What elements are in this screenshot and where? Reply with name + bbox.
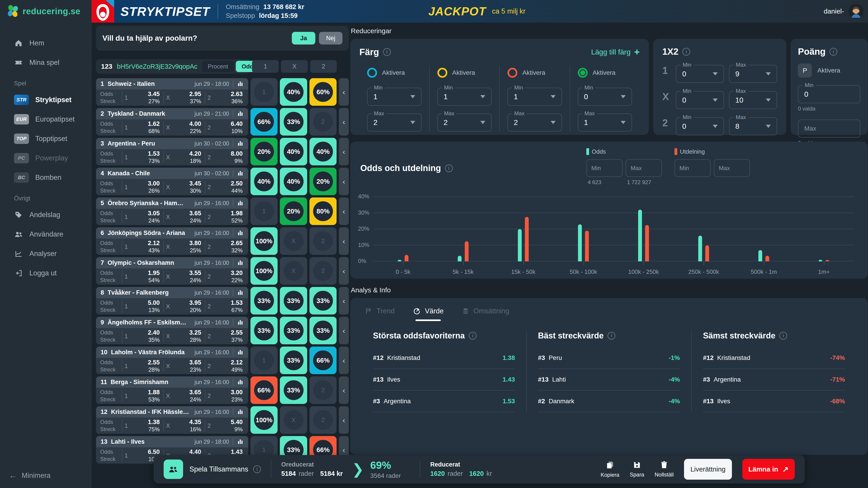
pick-cell-x[interactable]: X — [280, 257, 307, 285]
bar-chart-icon[interactable] — [237, 259, 244, 266]
pick-cell-1[interactable]: 66% — [250, 108, 278, 135]
column-header-1[interactable]: 1 — [252, 60, 279, 73]
pick-cell-x[interactable]: 40% — [280, 78, 307, 106]
pool-help-no-button[interactable]: Nej — [319, 32, 342, 44]
submit-button[interactable]: Lämna in — [742, 459, 795, 480]
pick-cell-1[interactable]: 40% — [250, 168, 278, 195]
points-p-chip[interactable]: P — [798, 64, 812, 77]
pick-cell-1[interactable]: 100% — [250, 257, 278, 285]
color-cyan-max-select[interactable]: Max2 — [367, 113, 422, 131]
pick-cell-1[interactable]: 33% — [250, 287, 278, 315]
bar-chart-icon[interactable] — [237, 349, 244, 356]
pick-cell-2[interactable]: 2 — [309, 406, 337, 434]
bar-chart-icon[interactable] — [237, 289, 244, 296]
sidebar-item-andelslag[interactable]: Andelslag — [0, 205, 91, 225]
points-min-select[interactable]: Min 0 — [798, 85, 860, 103]
activate-color-green[interactable]: Aktivera — [578, 66, 632, 80]
avatar[interactable] — [848, 4, 864, 19]
copy-button[interactable]: Kopiera — [600, 460, 619, 478]
activate-color-cyan[interactable]: Aktivera — [367, 66, 422, 80]
points-max-input[interactable]: Max — [798, 120, 860, 138]
info-icon[interactable] — [383, 48, 391, 56]
pick-cell-x[interactable]: 33% — [280, 377, 307, 404]
pick-cell-1[interactable]: 1 — [250, 347, 278, 374]
sign-1-max-select[interactable]: Max9 — [729, 65, 777, 83]
sidebar-item-mina-spel[interactable]: Mina spel — [0, 53, 91, 72]
save-button[interactable]: Spara — [630, 461, 644, 478]
expand-match-button[interactable] — [339, 168, 349, 195]
points-activate-label[interactable]: Aktivera — [817, 67, 840, 74]
color-yellow-min-select[interactable]: Min1 — [437, 88, 492, 106]
pick-cell-x[interactable]: X — [280, 406, 307, 434]
play-together-button[interactable] — [164, 459, 183, 479]
pick-cell-2[interactable]: 2 — [309, 377, 337, 404]
pick-cell-1[interactable]: 100% — [250, 227, 278, 255]
info-icon[interactable] — [469, 332, 476, 339]
sidebar-item-logga-ut[interactable]: Logga ut — [0, 263, 91, 283]
odds-min-input[interactable]: Min — [586, 159, 622, 177]
info-icon[interactable] — [445, 164, 453, 172]
live-correction-button[interactable]: Liverättning — [684, 459, 732, 480]
pick-cell-x[interactable]: 20% — [280, 197, 307, 225]
pick-cell-2[interactable]: 40% — [309, 138, 337, 165]
sign-X-min-select[interactable]: Min0 — [676, 91, 724, 109]
pick-cell-1[interactable]: 66% — [250, 377, 278, 404]
tab-varde[interactable]: Värde — [413, 307, 444, 321]
bar-chart-icon[interactable] — [237, 170, 244, 177]
info-icon[interactable] — [253, 465, 261, 473]
sign-2-min-select[interactable]: Min0 — [676, 117, 724, 135]
color-red-max-select[interactable]: Max2 — [507, 113, 562, 131]
bar-chart-icon[interactable] — [237, 319, 244, 326]
sign-X-max-select[interactable]: Max10 — [729, 91, 777, 109]
expand-match-button[interactable] — [339, 317, 349, 344]
color-green-max-select[interactable]: Max1 — [578, 113, 632, 131]
pick-cell-x[interactable]: X — [280, 227, 307, 255]
sidebar-item-europatipset[interactable]: EUR Europatipset — [0, 109, 91, 129]
pick-cell-2[interactable]: 2 — [309, 108, 337, 135]
activate-color-yellow[interactable]: Aktivera — [437, 66, 492, 80]
pick-cell-2[interactable]: 80% — [309, 197, 337, 225]
pick-cell-x[interactable]: 40% — [280, 168, 307, 195]
minimize-sidebar-button[interactable]: Minimera — [9, 471, 51, 480]
pick-cell-x[interactable]: 33% — [280, 347, 307, 374]
sign-1-min-select[interactable]: Min0 — [676, 65, 724, 83]
bar-chart-icon[interactable] — [237, 379, 244, 385]
pick-cell-2[interactable]: 2 — [309, 227, 337, 255]
pick-cell-1[interactable]: 100% — [250, 406, 278, 434]
pick-cell-x[interactable]: 33% — [280, 108, 307, 135]
payout-max-input[interactable]: Max — [714, 159, 750, 177]
column-header-x[interactable]: X — [281, 60, 308, 73]
pick-cell-1[interactable]: 1 — [250, 78, 278, 106]
pick-cell-2[interactable]: 33% — [309, 317, 337, 344]
pick-cell-2[interactable]: 66% — [309, 347, 337, 374]
pick-cell-1[interactable]: 1 — [250, 197, 278, 225]
sidebar-item-hem[interactable]: Hem — [0, 33, 91, 53]
bar-chart-icon[interactable] — [237, 200, 244, 206]
bar-chart-icon[interactable] — [237, 80, 244, 87]
system-hash[interactable]: bH5rV6eZoR3jE32v9qopAc — [117, 63, 197, 70]
pick-cell-x[interactable]: 40% — [280, 138, 307, 165]
pool-help-yes-button[interactable]: Ja — [292, 32, 315, 44]
tab-omsattning[interactable]: Omsättning — [462, 307, 509, 321]
bar-chart-icon[interactable] — [237, 140, 244, 147]
payout-min-input[interactable]: Min — [675, 159, 711, 177]
color-green-min-select[interactable]: Min0 — [578, 88, 632, 106]
sign-2-max-select[interactable]: Max8 — [729, 117, 777, 135]
expand-match-button[interactable] — [339, 78, 349, 106]
brand-logo[interactable]: reducering.se — [0, 0, 92, 23]
expand-match-button[interactable] — [339, 227, 349, 255]
pick-cell-2[interactable]: 2 — [309, 257, 337, 285]
color-yellow-max-select[interactable]: Max2 — [437, 113, 492, 131]
color-cyan-min-select[interactable]: Min1 — [367, 88, 422, 106]
pick-cell-x[interactable]: 33% — [280, 287, 307, 315]
tab-trend[interactable]: Trend — [365, 307, 395, 321]
sidebar-item-powerplay[interactable]: PC Powerplay — [0, 149, 91, 168]
color-red-min-select[interactable]: Min1 — [507, 88, 562, 106]
info-icon[interactable] — [830, 48, 837, 56]
activate-color-red[interactable]: Aktivera — [507, 66, 562, 80]
expand-match-button[interactable] — [339, 257, 349, 285]
column-header-2[interactable]: 2 — [310, 60, 337, 73]
bar-chart-icon[interactable] — [237, 438, 244, 445]
toggle-procent-button[interactable]: Procent — [202, 61, 234, 72]
pick-cell-x[interactable]: 33% — [280, 317, 307, 344]
